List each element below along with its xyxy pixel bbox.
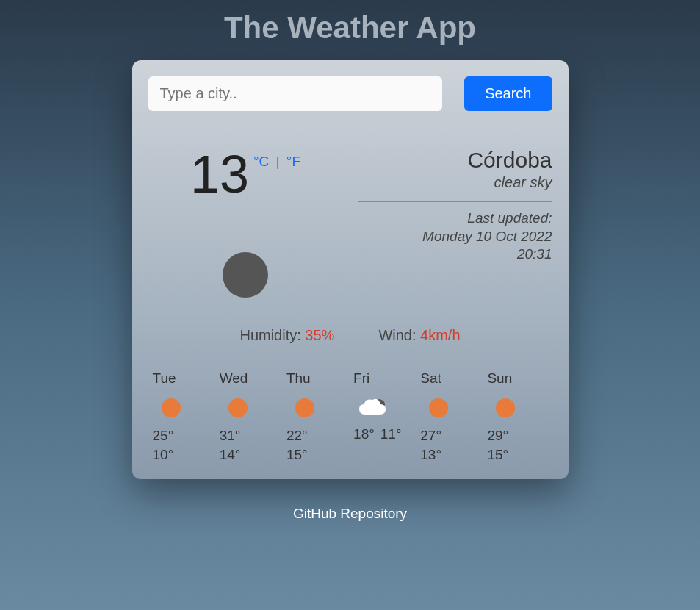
cloud-icon — [356, 395, 389, 419]
forecast-low: 10° — [153, 447, 174, 463]
forecast-day-name: Fri — [353, 370, 369, 387]
forecast-temps: 22°15° — [286, 428, 308, 463]
app-title: The Weather App — [0, 0, 700, 60]
weather-condition: clear sky — [358, 174, 552, 191]
github-link[interactable]: GitHub Repository — [0, 506, 700, 522]
unit-separator: | — [273, 154, 283, 169]
forecast-low: 15° — [487, 447, 508, 463]
forecast-low: 11° — [380, 426, 402, 442]
humidity-label: Humidity: — [239, 327, 305, 343]
fahrenheit-link[interactable]: °F — [286, 154, 300, 169]
search-button[interactable]: Search — [464, 76, 552, 111]
humidity-wind-row: Humidity: 35% Wind: 4km/h — [148, 327, 552, 344]
forecast-day: Fri18°11° — [353, 370, 414, 463]
search-row: Search — [148, 76, 552, 111]
forecast-day: Thu22°15° — [286, 370, 347, 463]
forecast-day: Wed31°14° — [220, 370, 280, 463]
divider — [358, 201, 552, 202]
wind-label: Wind: — [378, 327, 420, 343]
forecast-day-name: Sun — [487, 370, 512, 387]
forecast-day-name: Thu — [286, 370, 311, 387]
current-left: 13 °C | °F — [148, 148, 343, 320]
sun-icon — [162, 398, 181, 417]
unit-toggle: °C | °F — [249, 148, 300, 170]
forecast-day: Sat27°13° — [420, 370, 480, 463]
forecast-day: Tue25°10° — [153, 370, 213, 463]
forecast-high: 25° — [153, 428, 174, 444]
sun-icon — [496, 398, 515, 417]
temperature-value: 13 — [190, 148, 249, 201]
sun-icon — [228, 398, 248, 417]
wind: Wind: 4km/h — [378, 327, 460, 344]
forecast-high: 29° — [487, 428, 508, 444]
forecast-high: 22° — [286, 428, 308, 444]
search-input[interactable] — [148, 76, 443, 111]
forecast-day: Sun29°15° — [487, 370, 547, 463]
forecast-day-name: Wed — [220, 370, 248, 387]
clear-night-icon — [223, 252, 268, 298]
humidity-value: 35% — [305, 327, 334, 343]
sun-icon — [295, 398, 314, 417]
forecast-day-name: Tue — [153, 370, 176, 387]
humidity: Humidity: 35% — [239, 327, 334, 344]
forecast-row: Tue25°10°Wed31°14°Thu22°15°Fri18°11°Sat2… — [148, 370, 552, 463]
wind-value: 4km/h — [420, 327, 460, 343]
updated-label: Last updated: — [358, 209, 552, 228]
forecast-low: 14° — [220, 447, 241, 463]
forecast-high: 31° — [220, 428, 241, 444]
forecast-high: 18° — [353, 426, 375, 442]
temperature-display: 13 °C | °F — [148, 148, 343, 201]
updated-date: Monday 10 Oct 2022 — [358, 228, 552, 246]
forecast-low: 15° — [286, 447, 308, 463]
forecast-temps: 25°10° — [153, 428, 174, 463]
forecast-temps: 29°15° — [487, 428, 508, 463]
forecast-low: 13° — [420, 447, 441, 463]
weather-card: Search 13 °C | °F Córdoba clear sky Last… — [132, 60, 569, 479]
city-name: Córdoba — [358, 148, 552, 173]
sun-icon — [429, 398, 448, 417]
forecast-temps: 18°11° — [353, 426, 401, 442]
current-weather: 13 °C | °F Córdoba clear sky Last update… — [148, 148, 552, 320]
updated-time: 20:31 — [358, 245, 552, 264]
forecast-high: 27° — [420, 428, 441, 444]
forecast-temps: 27°13° — [420, 428, 441, 463]
current-right: Córdoba clear sky Last updated: Monday 1… — [358, 148, 552, 264]
celsius-link[interactable]: °C — [253, 154, 269, 169]
forecast-day-name: Sat — [420, 370, 441, 387]
forecast-temps: 31°14° — [220, 428, 241, 463]
